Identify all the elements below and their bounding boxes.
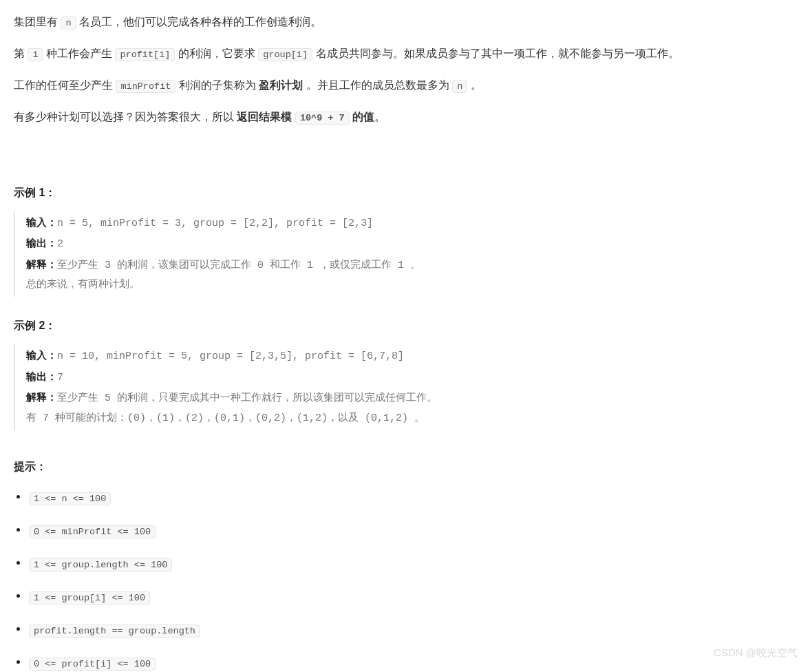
list-item: 1 <= group.length <= 100 bbox=[14, 554, 796, 574]
hints-title: 提示： bbox=[14, 457, 796, 476]
example-1-block: 输入：n = 5, minProfit = 3, group = [2,2], … bbox=[14, 211, 796, 297]
code-constraint: profit.length == group.length bbox=[29, 624, 200, 638]
code-mod: 10^9 + 7 bbox=[295, 112, 350, 125]
code-profit-i: profit[i] bbox=[115, 48, 175, 61]
code-n2: n bbox=[452, 80, 467, 93]
input-label: 输入： bbox=[26, 349, 57, 361]
input-label: 输入： bbox=[26, 216, 57, 228]
paragraph-3: 工作的任何至少产生 minProfit 利润的子集称为 盈利计划 。并且工作的成… bbox=[14, 76, 796, 95]
output-label: 输出： bbox=[26, 237, 57, 249]
input-value: n = 5, minProfit = 3, group = [2,2], pro… bbox=[57, 218, 373, 229]
bold-profit-plan: 盈利计划 bbox=[259, 79, 303, 91]
explain-extra: 总的来说，有两种计划。 bbox=[26, 275, 796, 295]
explain-label: 解释： bbox=[26, 391, 57, 403]
explain-label: 解释： bbox=[26, 258, 57, 270]
list-item: profit.length == group.length bbox=[14, 620, 796, 640]
code-minprofit: minProfit bbox=[116, 80, 175, 93]
list-item: 1 <= group[i] <= 100 bbox=[14, 587, 796, 607]
explain-extra: 有 7 种可能的计划：(0)，(1)，(2)，(0,1)，(0,2)，(1,2)… bbox=[26, 409, 796, 429]
output-value: 7 bbox=[57, 372, 63, 384]
code-n: n bbox=[61, 17, 76, 30]
code-constraint: 0 <= profit[i] <= 100 bbox=[29, 658, 156, 671]
explain-value: 至少产生 3 的利润，该集团可以完成工作 0 和工作 1 ，或仅完成工作 1 。 bbox=[57, 260, 420, 271]
input-value: n = 10, minProfit = 5, group = [2,3,5], … bbox=[57, 350, 404, 362]
paragraph-2: 第 i 种工作会产生 profit[i] 的利润，它要求 group[i] 名成… bbox=[14, 44, 796, 63]
example-2-title: 示例 2： bbox=[14, 316, 796, 335]
code-group-i: group[i] bbox=[258, 48, 312, 61]
code-constraint: 1 <= n <= 100 bbox=[29, 492, 111, 505]
list-item: 0 <= profit[i] <= 100 bbox=[14, 653, 796, 672]
output-value: 2 bbox=[57, 238, 63, 250]
output-label: 输出： bbox=[26, 370, 57, 382]
paragraph-4: 有多少种计划可以选择？因为答案很大，所以 返回结果模 10^9 + 7 的值。 bbox=[14, 107, 796, 127]
list-item: 1 <= n <= 100 bbox=[14, 488, 796, 507]
code-constraint: 0 <= minProfit <= 100 bbox=[29, 525, 156, 538]
code-constraint: 1 <= group.length <= 100 bbox=[29, 558, 172, 571]
example-2-block: 输入：n = 10, minProfit = 5, group = [2,3,5… bbox=[14, 344, 796, 430]
example-1-title: 示例 1： bbox=[14, 183, 796, 202]
code-constraint: 1 <= group[i] <= 100 bbox=[29, 591, 150, 605]
bold-return-mod: 返回结果模 10^9 + 7 的值 bbox=[237, 111, 374, 123]
hints-list: 1 <= n <= 100 0 <= minProfit <= 100 1 <=… bbox=[14, 488, 796, 672]
paragraph-1: 集团里有 n 名员工，他们可以完成各种各样的工作创造利润。 bbox=[14, 12, 796, 32]
explain-value: 至少产生 5 的利润，只要完成其中一种工作就行，所以该集团可以完成任何工作。 bbox=[57, 392, 437, 404]
list-item: 0 <= minProfit <= 100 bbox=[14, 521, 796, 540]
code-i: i bbox=[28, 48, 43, 61]
